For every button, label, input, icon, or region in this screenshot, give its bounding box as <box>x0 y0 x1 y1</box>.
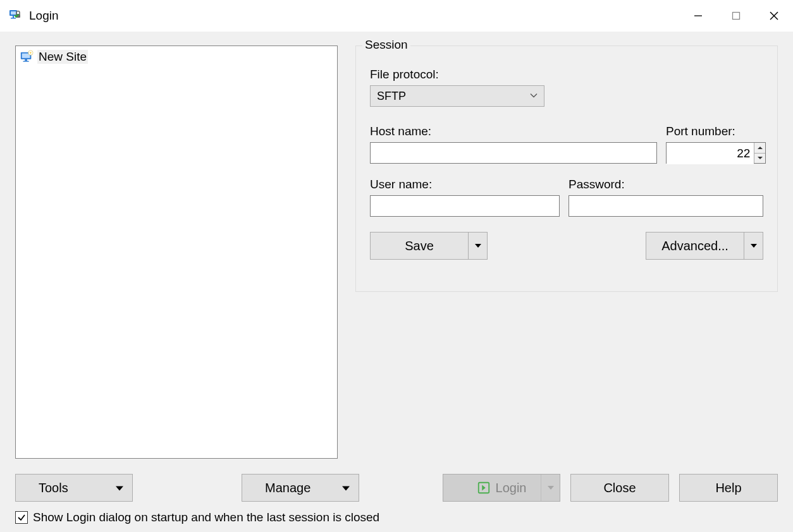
host-label: Host name: <box>370 124 657 138</box>
site-item-new-site[interactable]: New Site <box>18 49 335 65</box>
port-input[interactable] <box>667 143 754 164</box>
bottom-button-row: Tools Manage Login Close Help <box>15 474 778 502</box>
svg-rect-6 <box>733 13 740 20</box>
host-input[interactable] <box>370 142 657 164</box>
sites-list[interactable]: New Site <box>15 45 338 459</box>
advanced-button-label: Advanced... <box>646 233 744 259</box>
help-button-label: Help <box>715 481 741 495</box>
manage-button-label: Manage <box>265 481 310 495</box>
caret-down-icon <box>116 481 123 495</box>
show-login-checkbox-label: Show Login dialog on startup and when th… <box>33 511 379 524</box>
client-area: New Site Session File protocol: SFTP Hos… <box>0 32 793 532</box>
svg-rect-2 <box>13 16 14 18</box>
titlebar: Login <box>0 0 793 32</box>
login-icon <box>477 481 491 495</box>
tools-button[interactable]: Tools <box>15 474 133 502</box>
login-button[interactable]: Login <box>443 474 560 502</box>
protocol-label: File protocol: <box>370 68 763 82</box>
site-item-label: New Site <box>37 50 88 64</box>
protocol-combo[interactable]: SFTP <box>370 85 544 107</box>
app-icon <box>8 8 24 24</box>
chevron-down-icon <box>530 90 538 103</box>
close-button-label: Close <box>603 481 636 495</box>
svg-rect-12 <box>23 61 29 61</box>
monitor-icon <box>20 50 34 64</box>
save-button-label: Save <box>371 233 468 259</box>
tools-button-label: Tools <box>39 481 68 495</box>
login-button-label: Login <box>496 481 527 495</box>
protocol-value: SFTP <box>377 90 406 103</box>
manage-button[interactable]: Manage <box>242 474 359 502</box>
window-title: Login <box>29 9 59 23</box>
user-label: User name: <box>370 178 560 191</box>
save-button[interactable]: Save <box>370 232 488 260</box>
close-button[interactable]: Close <box>570 474 669 502</box>
password-input[interactable] <box>569 195 763 217</box>
session-groupbox: Session File protocol: SFTP Host name: P… <box>355 45 778 292</box>
advanced-button[interactable]: Advanced... <box>646 232 763 260</box>
caret-down-icon <box>342 481 350 495</box>
advanced-button-dropdown[interactable] <box>744 233 763 259</box>
session-legend: Session <box>362 38 410 52</box>
show-login-checkbox[interactable] <box>15 511 28 524</box>
port-spinner[interactable] <box>666 142 766 164</box>
password-label: Password: <box>569 178 763 191</box>
svg-rect-1 <box>11 11 16 15</box>
user-input[interactable] <box>370 195 560 217</box>
show-login-checkbox-row[interactable]: Show Login dialog on startup and when th… <box>15 511 379 524</box>
port-spin-up[interactable] <box>754 143 765 154</box>
help-button[interactable]: Help <box>679 474 778 502</box>
save-button-dropdown[interactable] <box>468 233 487 259</box>
close-window-button[interactable] <box>755 0 793 32</box>
svg-rect-11 <box>25 59 27 61</box>
port-spin-down[interactable] <box>754 154 765 164</box>
port-label: Port number: <box>666 124 766 138</box>
minimize-button[interactable] <box>679 0 717 32</box>
svg-rect-3 <box>11 18 16 19</box>
login-button-dropdown[interactable] <box>541 475 560 501</box>
maximize-button[interactable] <box>717 0 755 32</box>
